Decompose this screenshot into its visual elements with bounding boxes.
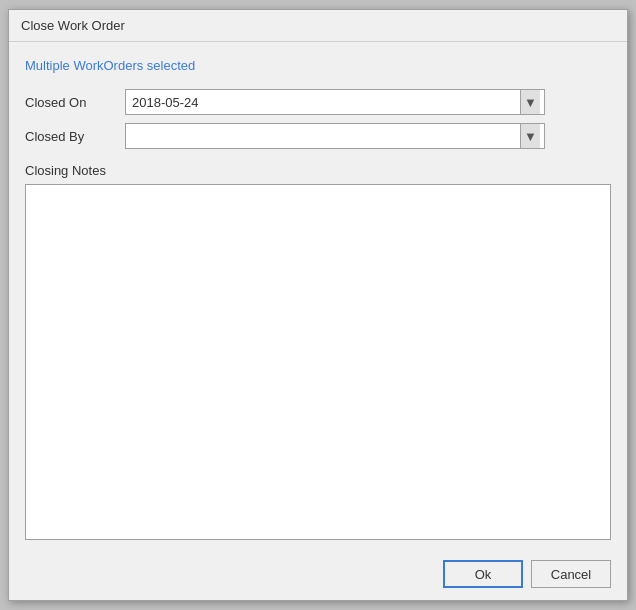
closed-on-wrapper: 2018-05-24 ▼ <box>125 89 545 115</box>
closed-by-dropdown[interactable]: ▼ <box>125 123 545 149</box>
closed-by-label: Closed By <box>25 129 125 144</box>
ok-button[interactable]: Ok <box>443 560 523 588</box>
closed-on-dropdown-arrow[interactable]: ▼ <box>520 90 540 114</box>
dialog-title-bar: Close Work Order <box>9 10 627 42</box>
dialog-title: Close Work Order <box>21 18 125 33</box>
closing-notes-label: Closing Notes <box>25 163 611 178</box>
closed-by-wrapper: ▼ <box>125 123 545 149</box>
closing-notes-textarea[interactable] <box>25 184 611 540</box>
closed-by-row: Closed By ▼ <box>25 123 611 149</box>
form-section: Closed On 2018-05-24 ▼ Closed By <box>25 89 611 149</box>
cancel-button[interactable]: Cancel <box>531 560 611 588</box>
closed-on-label: Closed On <box>25 95 125 110</box>
dialog-footer: Ok Cancel <box>9 552 627 600</box>
multiple-selected-label: Multiple WorkOrders selected <box>25 58 611 73</box>
closed-by-dropdown-arrow[interactable]: ▼ <box>520 124 540 148</box>
closed-on-row: Closed On 2018-05-24 ▼ <box>25 89 611 115</box>
closed-on-value: 2018-05-24 <box>132 95 199 110</box>
closed-on-dropdown[interactable]: 2018-05-24 ▼ <box>125 89 545 115</box>
chevron-down-icon: ▼ <box>524 129 537 144</box>
close-work-order-dialog: Close Work Order Multiple WorkOrders sel… <box>8 9 628 601</box>
dialog-body: Multiple WorkOrders selected Closed On 2… <box>9 42 627 552</box>
chevron-down-icon: ▼ <box>524 95 537 110</box>
